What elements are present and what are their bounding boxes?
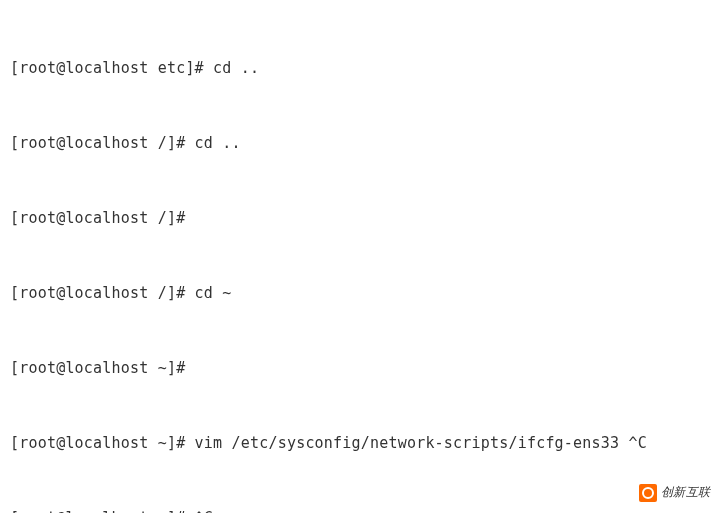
terminal-line: [root@localhost ~]# vim /etc/sysconfig/n… (10, 431, 712, 456)
terminal-line: [root@localhost ~]# (10, 356, 712, 381)
terminal-line: [root@localhost /]# cd .. (10, 131, 712, 156)
terminal-line: [root@localhost /]# cd ~ (10, 281, 712, 306)
terminal-line: [root@localhost /]# (10, 206, 712, 231)
terminal-line: [root@localhost etc]# cd .. (10, 56, 712, 81)
watermark-text: 创新互联 (661, 480, 710, 505)
watermark-logo-icon (639, 484, 657, 502)
watermark: 创新互联 (599, 478, 714, 507)
terminal-output[interactable]: [root@localhost etc]# cd .. [root@localh… (10, 6, 712, 513)
terminal-line: [root@localhost ~]# ^C (10, 506, 712, 513)
